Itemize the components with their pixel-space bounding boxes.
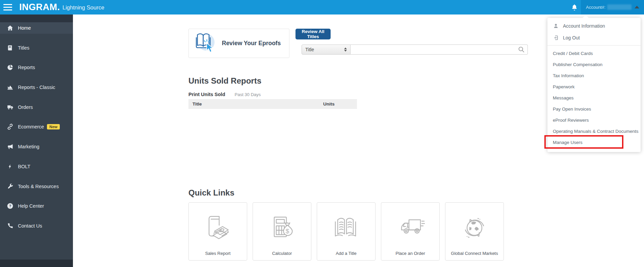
sidebar-item-label: Reports	[18, 65, 35, 70]
menu-item-label: Log Out	[563, 35, 580, 40]
sidebar-item-label: Home	[18, 25, 31, 31]
menu-item-manage-users[interactable]: Manage Users	[547, 137, 641, 148]
sidebar-nav: Home Titles Reports Reports - Classic Or…	[0, 22, 73, 240]
title-search-input[interactable]	[351, 44, 528, 55]
quick-link-place-order[interactable]: Place an Order	[381, 202, 440, 261]
sidebar-item-ecommerce[interactable]: Ecommerce New	[0, 121, 73, 132]
bolt-icon	[6, 163, 14, 170]
hamburger-menu-icon[interactable]	[3, 4, 12, 10]
delivery-truck-icon	[393, 211, 427, 246]
logout-icon	[553, 35, 559, 41]
sidebar-item-label: Titles	[18, 45, 29, 51]
sidebar-item-label: Reports - Classic	[18, 85, 55, 90]
quick-links-heading: Quick Links	[188, 188, 234, 198]
phone-icon	[6, 222, 14, 229]
sidebar-item-contact-us[interactable]: Contact Us	[0, 220, 73, 232]
help-icon: ?	[6, 203, 14, 209]
quick-link-label: Add a Title	[336, 251, 356, 256]
print-units-sold-label: Print Units Sold	[188, 92, 225, 97]
account-number-redacted	[607, 4, 632, 10]
link-icon	[6, 123, 14, 130]
filter-selected-value: Title	[305, 47, 314, 52]
sidebar-item-help-center[interactable]: ? Help Center	[0, 200, 73, 212]
sidebar-item-label: BOLT	[18, 164, 30, 169]
quick-link-add-title[interactable]: Add a Title	[317, 202, 376, 261]
sidebar-item-label: Orders	[18, 105, 33, 110]
sidebar-item-label: Contact Us	[18, 223, 42, 229]
eproof-book-cursor-icon	[193, 31, 217, 56]
menu-item-account-information[interactable]: Account Information	[547, 20, 641, 32]
search-icon[interactable]	[518, 46, 525, 54]
svg-text:?: ?	[9, 204, 11, 208]
menu-item-publisher-compensation[interactable]: Publisher Compensation	[547, 59, 641, 70]
menu-pointer	[583, 15, 589, 18]
sidebar-item-label: Help Center	[18, 203, 44, 209]
sidebar-item-reports[interactable]: Reports	[0, 62, 73, 73]
account-dropdown-button[interactable]: Account#:	[581, 0, 644, 14]
review-all-titles-button[interactable]: Review All Titles	[295, 29, 331, 39]
person-icon	[553, 23, 559, 29]
quick-link-label: Global Connect Markets	[451, 251, 498, 256]
ingram-logo: INGRAM.	[19, 2, 60, 12]
sidebar-item-label: Marketing	[18, 144, 40, 149]
notifications-bell-icon[interactable]	[571, 3, 578, 11]
sidebar-item-label: Tools & Resources	[18, 184, 59, 189]
quick-link-sales-report[interactable]: Sales Report	[188, 202, 247, 261]
add-title-icon	[329, 211, 363, 246]
area-chart-icon	[6, 84, 14, 91]
units-sold-subheading: Print Units SoldPast 30 Days	[188, 91, 261, 97]
menu-divider	[547, 45, 641, 46]
eproofs-card[interactable]: Review Your Eproofs	[188, 29, 289, 58]
report-period: Past 30 Days	[235, 92, 261, 97]
menu-item-pay-open-invoices[interactable]: Pay Open Invoices	[547, 103, 641, 115]
new-badge: New	[47, 124, 60, 129]
globe-icon	[458, 211, 491, 246]
eproofs-title: Review Your Eproofs	[222, 40, 281, 47]
account-dropdown-menu: Account Information Log Out Credit / Deb…	[547, 18, 641, 152]
column-units: Units	[323, 101, 335, 107]
select-arrows-icon	[344, 48, 347, 52]
sidebar-item-bolt[interactable]: BOLT	[0, 161, 73, 172]
book-icon	[6, 44, 14, 51]
calculator-icon: $	[265, 211, 299, 246]
units-table-header: Title Units	[188, 99, 357, 109]
svg-text:$: $	[286, 228, 289, 235]
account-label: Account#:	[586, 5, 606, 10]
menu-item-messages[interactable]: Messages	[547, 92, 641, 103]
units-sold-heading: Units Sold Reports	[188, 76, 261, 86]
top-bar: INGRAM. Lightning Source Account#:	[0, 0, 644, 14]
quick-link-label: Sales Report	[205, 251, 230, 256]
pie-chart-icon	[6, 64, 14, 71]
column-title: Title	[188, 101, 202, 107]
megaphone-icon	[6, 143, 14, 150]
search-filter-select[interactable]: Title	[302, 44, 351, 55]
sidebar-item-home[interactable]: Home	[0, 22, 73, 34]
sidebar-item-marketing[interactable]: Marketing	[0, 141, 73, 152]
sidebar-item-orders[interactable]: Orders	[0, 101, 73, 113]
sidebar-top-strip	[0, 14, 73, 22]
sidebar-item-label: Ecommerce	[18, 124, 44, 129]
menu-item-log-out[interactable]: Log Out	[547, 32, 641, 43]
quick-link-label: Place an Order	[395, 251, 425, 256]
quick-link-global-connect[interactable]: Global Connect Markets	[445, 202, 504, 261]
sales-report-icon	[201, 211, 235, 246]
menu-item-operating-manuals[interactable]: Operating Manuals & Contract Documents	[547, 126, 641, 137]
menu-item-credit-debit-cards[interactable]: Credit / Debit Cards	[547, 48, 641, 59]
title-search-group: Title	[302, 44, 528, 55]
truck-icon	[6, 104, 14, 111]
sidebar-bottom-strip	[0, 260, 73, 267]
product-name: Lightning Source	[62, 4, 104, 11]
menu-item-tax-information[interactable]: Tax Information	[547, 70, 641, 81]
sidebar: Home Titles Reports Reports - Classic Or…	[0, 14, 73, 267]
chevron-up-icon	[635, 6, 639, 8]
quick-link-label: Calculator	[272, 251, 292, 256]
menu-item-label: Account Information	[563, 23, 605, 29]
sidebar-item-reports-classic[interactable]: Reports - Classic	[0, 82, 73, 93]
menu-item-paperwork[interactable]: Paperwork	[547, 81, 641, 92]
sidebar-item-tools-resources[interactable]: Tools & Resources	[0, 181, 73, 192]
sidebar-item-titles[interactable]: Titles	[0, 42, 73, 54]
menu-item-eproof-reviewers[interactable]: eProof Reviewers	[547, 115, 641, 126]
wrench-icon	[6, 183, 14, 190]
quick-link-calculator[interactable]: $ Calculator	[253, 202, 311, 261]
home-icon	[6, 25, 14, 31]
